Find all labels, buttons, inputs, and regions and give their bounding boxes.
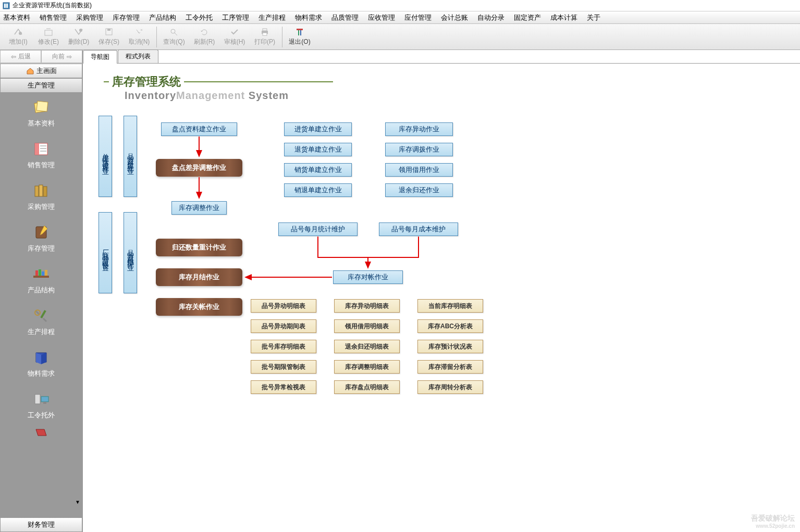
node-stock-adjust[interactable]: 库存调整作业	[171, 201, 227, 215]
svg-rect-34	[41, 397, 48, 402]
tool-edit[interactable]: 修改(E)	[33, 26, 64, 48]
rpt-adjust[interactable]: 库存调整明细表	[334, 360, 400, 374]
rpt-forecast[interactable]: 库存预计状况表	[417, 340, 483, 353]
tab-navigation[interactable]: 导航图	[83, 50, 117, 64]
svg-rect-28	[39, 269, 41, 276]
books-icon	[32, 182, 51, 199]
tool-exit[interactable]: 退出(O)	[285, 26, 315, 48]
menu-about[interactable]: 关于	[587, 13, 600, 22]
tool-print[interactable]: 打印(P)	[250, 26, 280, 48]
svg-rect-30	[45, 270, 47, 276]
menu-ledger[interactable]: 会计总账	[441, 13, 468, 22]
menu-material[interactable]: 物料需求	[295, 13, 322, 22]
node-inventory-setup[interactable]: 盘点资料建立作业	[161, 122, 237, 136]
menu-ar[interactable]: 应收管理	[368, 13, 395, 22]
rpt-batch-stock[interactable]: 批号库存明细表	[251, 340, 316, 353]
svg-rect-24	[43, 187, 47, 196]
svg-rect-35	[43, 402, 46, 404]
node-monthly-close[interactable]: 库存月结作业	[156, 268, 242, 286]
btn-production-mgmt[interactable]: 生产管理	[0, 78, 82, 93]
node-monthly-cost[interactable]: 品号每月成本维护	[379, 222, 458, 236]
menu-cost[interactable]: 成本计算	[550, 13, 577, 22]
rpt-abc[interactable]: 库存ABC分析表	[417, 319, 483, 333]
node-diff-adjust[interactable]: 盘点差异调整作业	[156, 159, 242, 177]
notebook-icon	[32, 224, 51, 241]
scroll-down-icon[interactable]: ▼	[75, 499, 80, 505]
tool-audit[interactable]: 审核(H)	[219, 26, 250, 48]
node-doc-nature[interactable]: 单据性质设置作业	[99, 116, 112, 197]
shelf-icon	[32, 266, 51, 282]
tool-query[interactable]: 查询(Q)	[159, 26, 189, 48]
rpt-return[interactable]: 退余归还明细表	[334, 340, 400, 353]
menu-autoentry[interactable]: 自动分录	[477, 13, 504, 22]
rpt-stock-movement[interactable]: 库存异动明细表	[334, 299, 400, 313]
menu-process[interactable]: 工序管理	[222, 13, 249, 22]
svg-rect-22	[35, 186, 39, 196]
node-sales-out[interactable]: 销货单建立作业	[284, 163, 352, 177]
svg-rect-12	[297, 29, 303, 30]
menu-basic[interactable]: 基本资料	[3, 13, 30, 22]
menu-purchase[interactable]: 采购管理	[76, 13, 103, 22]
node-stock-movement[interactable]: 库存异动作业	[385, 122, 453, 136]
sidebar-item-purchase[interactable]: 采购管理	[0, 176, 82, 218]
content-area: 导航图 程式列表 库存管理系统 InventoryManagement Syst…	[83, 50, 800, 532]
rpt-item-movement[interactable]: 品号异动明细表	[251, 299, 316, 313]
node-stock-close[interactable]: 库存关帐作业	[156, 298, 242, 316]
node-borrow-use[interactable]: 领用借用作业	[385, 163, 453, 177]
sidebar-item-basic[interactable]: 基本资料	[0, 93, 82, 134]
nav-back[interactable]: ⇦后退	[0, 50, 41, 63]
node-item-setup[interactable]: 品号资料建立作业	[124, 116, 137, 197]
menu-sales[interactable]: 销售管理	[40, 13, 67, 22]
menu-schedule[interactable]: 生产排程	[259, 13, 286, 22]
menubar: 基本资料 销售管理 采购管理 库存管理 产品结构 工令外托 工序管理 生产排程 …	[0, 11, 800, 24]
sidebar-item-workorder[interactable]: 工令托外	[0, 385, 82, 426]
svg-rect-14	[300, 30, 301, 35]
exit-icon	[294, 27, 305, 36]
rpt-batch-exception[interactable]: 批号异常检视表	[251, 380, 316, 394]
menu-ap[interactable]: 应付管理	[404, 13, 432, 22]
node-return-surplus[interactable]: 退余归还作业	[385, 183, 453, 197]
node-sales-return[interactable]: 销退单建立作业	[284, 183, 352, 197]
rpt-slow[interactable]: 库存滞留分析表	[417, 360, 483, 374]
node-item-maintenance[interactable]: 品号资料维护作业	[124, 212, 137, 293]
menu-inventory[interactable]: 库存管理	[113, 13, 140, 22]
sidebar-item-material[interactable]: 物料需求	[0, 343, 82, 385]
node-vendor-overreceive[interactable]: 厂商品号超收设置	[99, 212, 112, 293]
rpt-turnover[interactable]: 库存周转分析表	[417, 380, 483, 394]
sidebar-item-inventory[interactable]: 库存管理	[0, 218, 82, 259]
rpt-count[interactable]: 库存盘点明细表	[334, 380, 400, 394]
btn-main-screen[interactable]: 主画面	[0, 64, 82, 78]
sidebar-item-more[interactable]	[0, 426, 82, 442]
rpt-current-stock[interactable]: 当前库存明细表	[417, 299, 483, 313]
btn-finance-mgmt[interactable]: 财务管理	[0, 517, 82, 532]
node-purchase-return[interactable]: 退货单建立作业	[284, 143, 352, 156]
node-stock-transfer[interactable]: 库存调拨作业	[385, 143, 453, 156]
menu-assets[interactable]: 固定资产	[514, 13, 541, 22]
tool-add[interactable]: 增加(I)	[3, 26, 33, 48]
node-purchase-in[interactable]: 进货单建立作业	[284, 122, 352, 136]
menu-quality[interactable]: 品质管理	[331, 13, 359, 22]
sidebar-item-sales[interactable]: 销售管理	[0, 134, 82, 176]
refresh-icon	[199, 27, 210, 36]
sidebar-item-product[interactable]: 产品结构	[0, 259, 82, 301]
node-stock-reconcile[interactable]: 库存对帐作业	[333, 270, 403, 284]
rpt-borrow[interactable]: 领用借用明细表	[334, 319, 400, 333]
svg-rect-18	[35, 143, 39, 155]
sidebar-item-schedule[interactable]: 生产排程	[0, 301, 82, 343]
toolbar-separator	[282, 27, 282, 47]
toolbar: 增加(I) 修改(E) 删除(D) 保存(S) 取消(N) 查询(Q) 刷新(R…	[0, 24, 800, 50]
node-return-recalc[interactable]: 归还数量重计作业	[156, 239, 242, 256]
node-monthly-stats[interactable]: 品号每月统计维护	[278, 222, 358, 236]
tool-delete[interactable]: 删除(D)	[64, 26, 94, 48]
tool-refresh[interactable]: 刷新(R)	[189, 26, 219, 48]
tool-cancel[interactable]: 取消(N)	[124, 26, 154, 48]
rpt-batch-expiry[interactable]: 批号期限管制表	[251, 360, 316, 374]
menu-workorder[interactable]: 工令外托	[186, 13, 213, 22]
rpt-item-period[interactable]: 品号异动期间表	[251, 319, 316, 333]
tab-program-list[interactable]: 程式列表	[118, 50, 158, 63]
svg-rect-2	[6, 4, 8, 8]
titlebar: 企业资源管理系统(当前数据)	[0, 0, 800, 11]
tool-save[interactable]: 保存(S)	[94, 26, 124, 48]
menu-product[interactable]: 产品结构	[149, 13, 176, 22]
nav-forward[interactable]: 向前⇨	[41, 50, 82, 63]
